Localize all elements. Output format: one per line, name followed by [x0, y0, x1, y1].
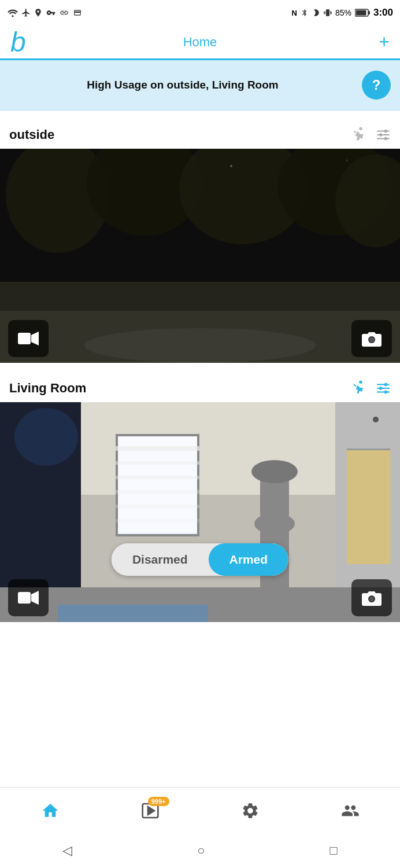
camera-section-livingroom: Living Room	[0, 374, 400, 622]
livingroom-photo-button[interactable]	[351, 579, 392, 616]
bottom-navigation: 999+	[0, 787, 400, 833]
wifi-icon	[7, 8, 18, 17]
link-icon	[59, 8, 69, 17]
vibrate-icon	[324, 8, 332, 18]
svg-point-28	[384, 383, 387, 386]
nav-item-account[interactable]	[340, 801, 360, 820]
people-icon	[340, 801, 360, 820]
svg-rect-59	[18, 592, 31, 604]
android-system-nav: ◁ ○ □	[0, 833, 400, 868]
airplane-icon	[21, 8, 31, 17]
status-bar: N 85% 3:00	[0, 0, 400, 25]
livingroom-video-button[interactable]	[8, 579, 49, 616]
settings-sliders-outside[interactable]	[376, 128, 391, 142]
outside-video-button[interactable]	[8, 320, 49, 357]
svg-rect-2	[368, 11, 370, 14]
card-icon	[72, 9, 83, 17]
svg-point-21	[346, 160, 348, 161]
svg-point-10	[384, 137, 387, 140]
header: b Home +	[0, 25, 400, 60]
motion-icon-outside[interactable]	[349, 126, 368, 144]
moon-icon	[312, 8, 320, 17]
svg-rect-42	[116, 534, 199, 536]
home-icon	[40, 801, 60, 820]
disarmed-button[interactable]: Disarmed	[112, 543, 209, 576]
battery-percent: 85%	[335, 8, 351, 17]
svg-point-52	[254, 513, 295, 534]
svg-point-32	[384, 391, 387, 393]
svg-point-37	[14, 408, 78, 466]
motion-icon-livingroom[interactable]	[349, 379, 368, 398]
camera-feed-outside[interactable]	[0, 149, 400, 363]
svg-rect-49	[118, 436, 197, 533]
status-icons-right: N 85% 3:00	[292, 7, 393, 19]
svg-marker-23	[31, 332, 39, 345]
camera-feed-livingroom[interactable]: Disarmed Armed	[0, 402, 400, 622]
armed-button[interactable]: Armed	[209, 543, 289, 576]
alert-text: High Usage on outside, Living Room	[9, 79, 362, 91]
svg-point-4	[359, 127, 362, 130]
nav-item-settings[interactable]	[240, 801, 260, 820]
svg-rect-39	[116, 434, 199, 436]
alert-banner: High Usage on outside, Living Room ?	[0, 60, 400, 111]
camera-controls-livingroom	[349, 379, 391, 398]
svg-point-62	[369, 597, 374, 601]
add-button[interactable]: +	[379, 31, 390, 53]
camera-name-outside: outside	[9, 127, 54, 142]
battery-icon	[355, 9, 370, 17]
svg-point-56	[373, 417, 379, 422]
location-icon	[34, 8, 43, 17]
outside-feed-controls	[0, 314, 400, 363]
camera-header-livingroom: Living Room	[0, 374, 400, 402]
svg-point-25	[369, 337, 374, 342]
livingroom-feed-controls	[0, 573, 400, 622]
svg-rect-22	[18, 333, 31, 344]
svg-point-20	[230, 165, 232, 167]
camera-section-outside: outside	[0, 121, 400, 363]
back-button[interactable]: ◁	[62, 843, 72, 858]
camera-controls-outside	[349, 126, 391, 144]
settings-icon	[240, 801, 260, 820]
home-button[interactable]: ○	[197, 843, 205, 858]
svg-point-0	[12, 15, 13, 17]
svg-marker-60	[31, 591, 39, 605]
nfc-label: N	[292, 9, 297, 17]
camera-name-livingroom: Living Room	[9, 381, 86, 396]
svg-rect-55	[347, 448, 390, 450]
app-logo: b	[10, 28, 26, 56]
key-icon	[45, 8, 57, 17]
time: 3:00	[373, 7, 393, 19]
status-icons-left	[7, 8, 83, 17]
svg-point-26	[359, 381, 362, 384]
bluetooth-icon	[301, 8, 309, 18]
svg-rect-54	[347, 448, 390, 564]
help-button[interactable]: ?	[362, 71, 391, 100]
clips-badge: 999+	[148, 797, 169, 806]
nav-item-clips[interactable]: 999+	[140, 801, 160, 820]
svg-point-6	[384, 130, 387, 133]
armed-disarmed-toggle[interactable]: Disarmed Armed	[112, 543, 288, 576]
main-content: outside	[0, 121, 400, 715]
svg-point-51	[251, 460, 298, 483]
help-label: ?	[372, 77, 381, 93]
camera-header-outside: outside	[0, 121, 400, 149]
nav-item-home[interactable]	[40, 801, 60, 820]
recents-button[interactable]: □	[330, 843, 338, 858]
outside-photo-button[interactable]	[351, 320, 392, 357]
svg-point-30	[379, 387, 382, 389]
svg-point-8	[379, 133, 382, 136]
header-title: Home	[183, 35, 217, 50]
svg-rect-3	[355, 10, 366, 16]
settings-sliders-livingroom[interactable]	[376, 381, 391, 395]
